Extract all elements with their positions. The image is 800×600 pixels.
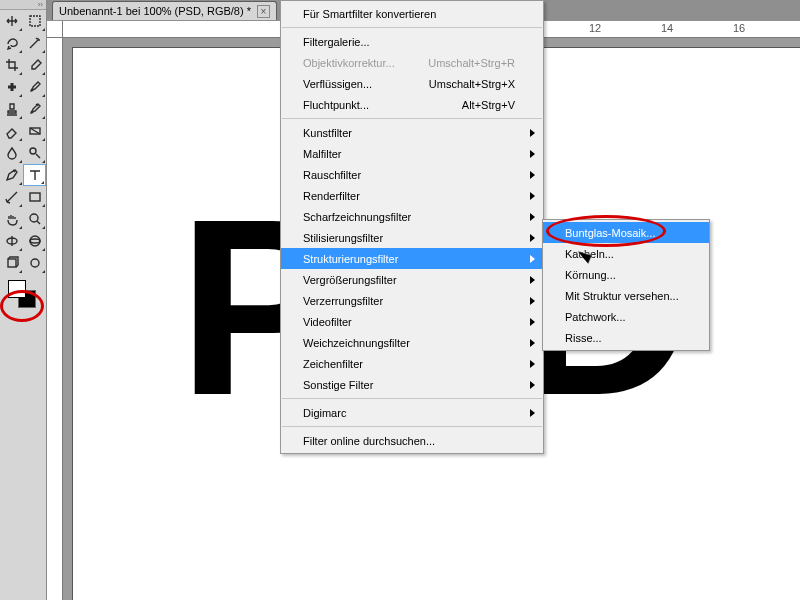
svg-rect-7 — [8, 259, 16, 267]
tool-dodge[interactable] — [23, 142, 46, 164]
menu-item-label: Renderfilter — [303, 190, 360, 202]
tool-colorpick[interactable] — [23, 252, 46, 274]
menu-item-shortcut: Alt+Strg+V — [462, 99, 515, 111]
menu-item-label: Mit Struktur versehen... — [565, 290, 679, 302]
svg-point-4 — [30, 214, 38, 222]
filter-menu-item[interactable]: Stilisierungsfilter — [281, 227, 543, 248]
menu-item-label: Risse... — [565, 332, 602, 344]
svg-point-6 — [30, 239, 40, 243]
tool-path[interactable] — [0, 186, 23, 208]
document-tab-title: Unbenannt-1 bei 100% (PSD, RGB/8) * — [59, 5, 251, 17]
menu-item-label: Patchwork... — [565, 311, 626, 323]
tool-hand[interactable] — [0, 208, 23, 230]
tool-gradient[interactable] — [23, 120, 46, 142]
menu-item-label: Stilisierungsfilter — [303, 232, 383, 244]
filter-submenu: Buntglas-Mosaik...Kacheln...Körnung...Mi… — [542, 219, 710, 351]
tool-eyedropper[interactable] — [23, 54, 46, 76]
document-tab[interactable]: Unbenannt-1 bei 100% (PSD, RGB/8) * × — [52, 1, 277, 20]
filter-menu-item[interactable]: Filtergalerie... — [281, 31, 543, 52]
menu-item-label: Digimarc — [303, 407, 346, 419]
tool-heal[interactable] — [0, 76, 23, 98]
menu-item-label: Körnung... — [565, 269, 616, 281]
menu-item-shortcut: Umschalt+Strg+X — [429, 78, 515, 90]
tool-rect[interactable] — [23, 186, 46, 208]
tool-wand[interactable] — [23, 32, 46, 54]
ruler-mark: 14 — [661, 22, 673, 34]
filter-menu-item[interactable]: Vergrößerungsfilter — [281, 269, 543, 290]
tool-3dorbit[interactable] — [23, 230, 46, 252]
filter-menu-item[interactable]: Fluchtpunkt...Alt+Strg+V — [281, 94, 543, 115]
menu-item-label: Fluchtpunkt... — [303, 99, 369, 111]
svg-point-8 — [31, 259, 39, 267]
tool-edit3d[interactable] — [0, 252, 23, 274]
ruler-mark: 16 — [733, 22, 745, 34]
menu-item-label: Vergrößerungsfilter — [303, 274, 397, 286]
menu-item-label: Kunstfilter — [303, 127, 352, 139]
filter-menu-item[interactable]: Weichzeichnungsfilter — [281, 332, 543, 353]
menu-item-shortcut: Umschalt+Strg+R — [428, 57, 515, 69]
filter-menu: Für Smartfilter konvertierenFiltergaleri… — [280, 0, 544, 454]
svg-rect-0 — [30, 16, 40, 26]
tool-crop[interactable] — [0, 54, 23, 76]
menu-item-label: Malfilter — [303, 148, 342, 160]
filter-menu-item[interactable]: Verzerrungsfilter — [281, 290, 543, 311]
tool-stamp[interactable] — [0, 98, 23, 120]
filter-menu-item[interactable]: Für Smartfilter konvertieren — [281, 3, 543, 24]
filter-menu-item[interactable]: Videofilter — [281, 311, 543, 332]
menu-item-label: Videofilter — [303, 316, 352, 328]
menu-item-label: Scharfzeichnungsfilter — [303, 211, 411, 223]
menu-item-label: Für Smartfilter konvertieren — [303, 8, 436, 20]
menu-item-label: Strukturierungsfilter — [303, 253, 398, 265]
ruler-vertical[interactable] — [47, 38, 63, 600]
filter-submenu-item[interactable]: Risse... — [543, 327, 709, 348]
filter-menu-item[interactable]: Strukturierungsfilter — [281, 248, 543, 269]
close-icon[interactable]: × — [257, 5, 270, 18]
filter-submenu-item[interactable]: Körnung... — [543, 264, 709, 285]
menu-item-label: Verflüssigen... — [303, 78, 372, 90]
filter-menu-item[interactable]: Filter online durchsuchen... — [281, 430, 543, 451]
svg-point-2 — [30, 148, 36, 154]
filter-menu-item[interactable]: Digimarc — [281, 402, 543, 423]
tool-type[interactable] — [23, 164, 46, 186]
menu-item-label: Filter online durchsuchen... — [303, 435, 435, 447]
ruler-origin[interactable] — [47, 21, 63, 38]
menu-item-label: Weichzeichnungsfilter — [303, 337, 410, 349]
menu-item-label: Filtergalerie... — [303, 36, 370, 48]
filter-submenu-item[interactable]: Patchwork... — [543, 306, 709, 327]
menu-item-label: Sonstige Filter — [303, 379, 373, 391]
svg-rect-3 — [30, 193, 40, 201]
svg-point-5 — [30, 236, 40, 246]
filter-menu-item[interactable]: Verflüssigen...Umschalt+Strg+X — [281, 73, 543, 94]
toolbox: ›› — [0, 0, 47, 600]
menu-item-label: Objektivkorrektur... — [303, 57, 395, 69]
filter-submenu-item[interactable]: Buntglas-Mosaik... — [543, 222, 709, 243]
tool-eraser[interactable] — [0, 120, 23, 142]
filter-menu-item[interactable]: Scharfzeichnungsfilter — [281, 206, 543, 227]
color-swatches[interactable] — [4, 280, 42, 316]
tool-history[interactable] — [23, 98, 46, 120]
foreground-swatch[interactable] — [8, 280, 26, 298]
filter-menu-item[interactable]: Rauschfilter — [281, 164, 543, 185]
filter-menu-item[interactable]: Sonstige Filter — [281, 374, 543, 395]
filter-menu-item[interactable]: Renderfilter — [281, 185, 543, 206]
tool-move[interactable] — [0, 10, 23, 32]
filter-menu-item[interactable]: Zeichenfilter — [281, 353, 543, 374]
toolbox-header[interactable]: ›› — [0, 0, 46, 10]
tool-blur[interactable] — [0, 142, 23, 164]
tool-marquee[interactable] — [23, 10, 46, 32]
menu-item-label: Verzerrungsfilter — [303, 295, 383, 307]
filter-menu-item[interactable]: Malfilter — [281, 143, 543, 164]
tool-lasso[interactable] — [0, 32, 23, 54]
filter-menu-item[interactable]: Objektivkorrektur...Umschalt+Strg+R — [281, 52, 543, 73]
tool-brush[interactable] — [23, 76, 46, 98]
filter-submenu-item[interactable]: Mit Struktur versehen... — [543, 285, 709, 306]
menu-item-label: Zeichenfilter — [303, 358, 363, 370]
tool-3drotate[interactable] — [0, 230, 23, 252]
filter-menu-item[interactable]: Kunstfilter — [281, 122, 543, 143]
menu-item-label: Buntglas-Mosaik... — [565, 227, 655, 239]
ruler-mark: 12 — [589, 22, 601, 34]
tool-zoom[interactable] — [23, 208, 46, 230]
tool-pen[interactable] — [0, 164, 23, 186]
menu-item-label: Rauschfilter — [303, 169, 361, 181]
filter-submenu-item[interactable]: Kacheln... — [543, 243, 709, 264]
